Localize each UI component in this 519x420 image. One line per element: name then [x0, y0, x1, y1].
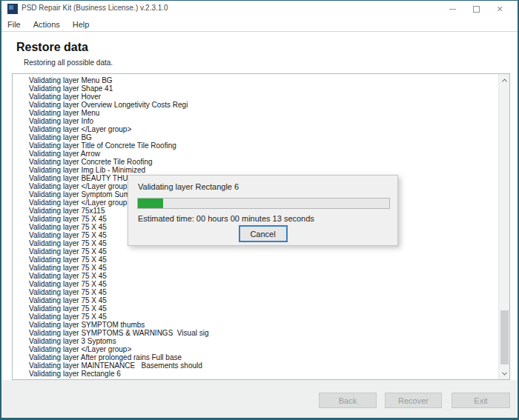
minimize-icon — [449, 9, 456, 10]
scroll-up-icon — [502, 79, 507, 84]
log-row: Validating layer Title of Concrete Tile … — [29, 141, 497, 150]
log-row: Validating layer Info — [29, 117, 497, 125]
menu-help[interactable]: Help — [73, 20, 96, 29]
log-row: Validating layer Arrow — [29, 150, 497, 158]
maximize-button[interactable] — [464, 1, 488, 17]
log-row: Validating layer </Layer group> — [29, 345, 497, 353]
scroll-thumb[interactable] — [500, 310, 509, 364]
log-row: Validating layer Concrete Tile Roofing — [29, 158, 497, 166]
close-button[interactable]: ✕ — [488, 1, 512, 17]
scroll-up-button[interactable] — [499, 74, 510, 86]
app-icon — [7, 4, 18, 14]
log-row: Validating layer 75 X 45 — [29, 288, 497, 296]
progress-fill — [138, 199, 163, 208]
log-row: Validating layer 75 X 45 — [29, 264, 497, 272]
log-row: Validating layer SYMPTOMS & WARNINGS Vis… — [29, 329, 497, 337]
scroll-down-icon — [502, 370, 507, 375]
log-row: Validating layer 75 X 45 — [29, 272, 497, 280]
estimated-time-text: Estimated time: 00 hours 00 minutes 13 s… — [138, 214, 314, 223]
log-row: Validating layer SYMPTOM thumbs — [29, 321, 497, 329]
footer: Back Recover Exit — [1, 380, 518, 419]
scrollbar[interactable] — [498, 74, 509, 379]
log-row: Validating layer Shape 41 — [29, 84, 497, 93]
log-row: Validating layer </Layer group> — [29, 125, 497, 133]
minimize-button[interactable] — [440, 1, 464, 17]
page-title: Restore data — [16, 41, 88, 54]
maximize-icon — [473, 6, 480, 13]
log-row: Validating layer Rectangle 6 — [29, 370, 497, 378]
cancel-button[interactable]: Cancel — [239, 225, 288, 242]
menu-actions[interactable]: Actions — [33, 20, 67, 29]
menu-file[interactable]: File — [7, 20, 27, 29]
log-row: Validating layer Hover — [29, 93, 497, 101]
log-row: Validating layer 3 Syptoms — [29, 337, 497, 345]
log-row: Validating layer 75 X 45 — [29, 296, 497, 304]
log-row: Validating layer Menu — [29, 109, 497, 117]
log-row: Validating layer Overview Longetivity Co… — [29, 101, 497, 109]
log-row: Validating layer 75 X 45 — [29, 247, 497, 256]
window-title: PSD Repair Kit (Business License.) v.2.3… — [22, 4, 168, 12]
dialog-status-text: Validating layer Rectangle 6 — [138, 182, 239, 191]
titlebar: PSD Repair Kit (Business License.) v.2.3… — [1, 1, 518, 17]
back-button[interactable]: Back — [319, 393, 377, 408]
progress-bar — [137, 198, 390, 209]
app-window: PSD Repair Kit (Business License.) v.2.3… — [0, 0, 519, 420]
log-row: Validating layer MAINTENANCE Basements s… — [29, 361, 497, 370]
menubar: File Actions Help — [1, 17, 518, 32]
log-row: Validating layer 75 X 45 — [29, 256, 497, 264]
progress-dialog: Validating layer Rectangle 6 Estimated t… — [128, 175, 398, 246]
log-row: Validating layer 75 X 45 — [29, 280, 497, 288]
log-row: Validating layer 75 X 45 — [29, 313, 497, 321]
log-row: Validating layer Menu BG — [29, 76, 497, 84]
exit-button[interactable]: Exit — [452, 393, 510, 408]
app-icon-detail — [9, 5, 13, 10]
log-row: Validating layer BG — [29, 133, 497, 141]
close-icon: ✕ — [496, 5, 503, 13]
log-row: Validating layer Img Lib - Minimized — [29, 166, 497, 174]
window-controls: ✕ — [440, 1, 512, 17]
recover-button[interactable]: Recover — [385, 393, 442, 408]
page-subtitle: Restoring all possible data. — [24, 59, 113, 67]
log-row: Validating layer 75 X 45 — [29, 304, 497, 313]
log-row: Validating layer After prolonged rains F… — [29, 353, 497, 361]
scroll-down-button[interactable] — [499, 367, 510, 379]
